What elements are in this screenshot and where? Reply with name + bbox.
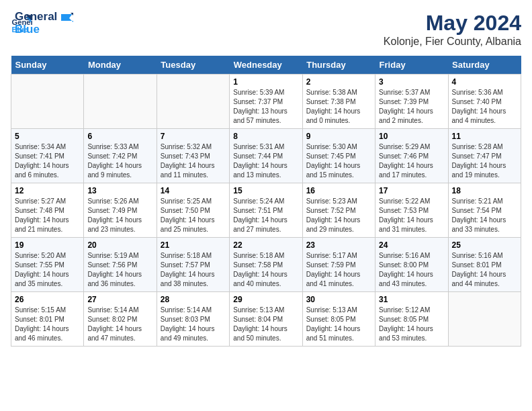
day-number: 10: [379, 132, 444, 141]
cell-info: Sunrise: 5:22 AM: [379, 197, 444, 206]
cell-info: Sunrise: 5:32 AM: [161, 142, 226, 152]
calendar-cell: 25Sunrise: 5:16 AMSunset: 8:01 PMDayligh…: [448, 238, 521, 292]
calendar-cell: 3Sunrise: 5:37 AMSunset: 7:39 PMDaylight…: [375, 75, 448, 129]
day-number: 21: [161, 240, 226, 250]
calendar-cell: 30Sunrise: 5:13 AMSunset: 8:05 PMDayligh…: [302, 292, 375, 347]
day-number: 11: [452, 132, 517, 141]
day-number: 30: [306, 295, 371, 304]
day-number: 5: [15, 132, 80, 141]
day-number: 4: [452, 77, 517, 87]
calendar-cell: 11Sunrise: 5:28 AMSunset: 7:47 PMDayligh…: [448, 129, 521, 183]
calendar-cell: 5Sunrise: 5:34 AMSunset: 7:41 PMDaylight…: [11, 129, 84, 183]
cell-info: Sunrise: 5:23 AM: [306, 197, 371, 206]
cell-info: Daylight: 14 hours and 31 minutes.: [379, 216, 444, 234]
day-number: 25: [452, 240, 517, 250]
cell-info: Sunrise: 5:17 AM: [306, 251, 371, 261]
header-wednesday: Wednesday: [230, 56, 302, 75]
cell-info: Sunset: 7:38 PM: [306, 97, 371, 107]
day-number: 2: [306, 77, 371, 87]
cell-info: Sunset: 8:05 PM: [306, 315, 371, 324]
cell-info: Daylight: 14 hours and 41 minutes.: [306, 270, 371, 289]
cell-info: Daylight: 14 hours and 43 minutes.: [379, 270, 444, 289]
cell-info: Daylight: 14 hours and 40 minutes.: [233, 270, 298, 289]
day-number: 19: [15, 240, 80, 250]
cell-info: Daylight: 14 hours and 33 minutes.: [452, 216, 517, 234]
page-header: General Blue General Blue May 2024 Kolon…: [11, 11, 521, 48]
cell-info: Sunrise: 5:29 AM: [379, 142, 444, 152]
cell-info: Sunrise: 5:25 AM: [161, 197, 226, 206]
calendar-cell: 15Sunrise: 5:24 AMSunset: 7:51 PMDayligh…: [230, 183, 302, 238]
cell-info: Daylight: 14 hours and 50 minutes.: [233, 324, 298, 343]
cell-info: Sunset: 7:42 PM: [87, 152, 152, 161]
calendar-cell: 1Sunrise: 5:39 AMSunset: 7:37 PMDaylight…: [230, 75, 302, 129]
cell-info: Sunrise: 5:31 AM: [233, 142, 298, 152]
cell-info: Sunset: 7:48 PM: [15, 206, 80, 216]
calendar-cell: 8Sunrise: 5:31 AMSunset: 7:44 PMDaylight…: [230, 129, 302, 183]
calendar-cell: 26Sunrise: 5:15 AMSunset: 8:01 PMDayligh…: [11, 292, 84, 347]
calendar-cell: 12Sunrise: 5:27 AMSunset: 7:48 PMDayligh…: [11, 183, 84, 238]
cell-info: Sunrise: 5:33 AM: [87, 142, 152, 152]
cell-info: Daylight: 14 hours and 47 minutes.: [87, 324, 152, 343]
day-number: 6: [87, 132, 152, 141]
day-number: 14: [161, 186, 226, 195]
cell-info: Daylight: 14 hours and 38 minutes.: [161, 270, 226, 289]
cell-info: Daylight: 14 hours and 46 minutes.: [15, 324, 80, 343]
cell-info: Sunrise: 5:30 AM: [306, 142, 371, 152]
cell-info: Sunrise: 5:20 AM: [15, 251, 80, 261]
day-number: 12: [15, 186, 80, 195]
cell-info: Daylight: 14 hours and 6 minutes.: [15, 161, 80, 180]
cell-info: Sunset: 7:43 PM: [161, 152, 226, 161]
cell-info: Sunset: 7:56 PM: [87, 261, 152, 270]
day-number: 15: [233, 186, 298, 195]
cell-info: Sunset: 7:47 PM: [452, 152, 517, 161]
calendar-week-4: 19Sunrise: 5:20 AMSunset: 7:55 PMDayligh…: [11, 238, 521, 292]
cell-info: Sunset: 7:58 PM: [233, 261, 298, 270]
svg-marker-4: [61, 13, 73, 22]
cell-info: Sunrise: 5:37 AM: [379, 88, 444, 97]
cell-info: Sunset: 7:53 PM: [379, 206, 444, 216]
cell-info: Sunrise: 5:26 AM: [87, 197, 152, 206]
calendar-cell: 22Sunrise: 5:18 AMSunset: 7:58 PMDayligh…: [230, 238, 302, 292]
logo-blue: Blue: [15, 24, 73, 36]
day-number: 23: [306, 240, 371, 250]
cell-info: Sunset: 8:05 PM: [379, 315, 444, 324]
calendar-cell: 13Sunrise: 5:26 AMSunset: 7:49 PMDayligh…: [84, 183, 157, 238]
cell-info: Sunrise: 5:18 AM: [161, 251, 226, 261]
cell-info: Sunrise: 5:27 AM: [15, 197, 80, 206]
header-sunday: Sunday: [11, 56, 84, 75]
cell-info: Sunrise: 5:18 AM: [233, 251, 298, 261]
calendar-cell: [84, 75, 157, 129]
calendar-cell: 7Sunrise: 5:32 AMSunset: 7:43 PMDaylight…: [157, 129, 229, 183]
calendar-cell: [157, 75, 229, 129]
calendar-cell: [448, 292, 521, 347]
cell-info: Sunrise: 5:14 AM: [161, 306, 226, 315]
cell-info: Daylight: 14 hours and 25 minutes.: [161, 216, 226, 234]
day-number: 26: [15, 295, 80, 304]
logo-general: General: [15, 11, 73, 24]
day-number: 20: [87, 240, 152, 250]
cell-info: Sunset: 7:49 PM: [87, 206, 152, 216]
location: Kolonje, Fier County, Albania: [384, 36, 521, 48]
header-friday: Friday: [375, 56, 448, 75]
logo: General Blue General Blue: [11, 11, 73, 36]
cell-info: Sunset: 7:44 PM: [233, 152, 298, 161]
day-number: 28: [161, 295, 226, 304]
calendar-cell: 28Sunrise: 5:14 AMSunset: 8:03 PMDayligh…: [157, 292, 229, 347]
day-number: 13: [87, 186, 152, 195]
cell-info: Sunrise: 5:39 AM: [233, 88, 298, 97]
calendar-table: SundayMondayTuesdayWednesdayThursdayFrid…: [11, 56, 521, 347]
cell-info: Sunset: 8:01 PM: [452, 261, 517, 270]
month-year: May 2024: [384, 11, 521, 36]
cell-info: Daylight: 14 hours and 27 minutes.: [233, 216, 298, 234]
cell-info: Sunset: 7:41 PM: [15, 152, 80, 161]
cell-info: Sunrise: 5:38 AM: [306, 88, 371, 97]
calendar-cell: 14Sunrise: 5:25 AMSunset: 7:50 PMDayligh…: [157, 183, 229, 238]
day-number: 1: [233, 77, 298, 87]
calendar-cell: 23Sunrise: 5:17 AMSunset: 7:59 PMDayligh…: [302, 238, 375, 292]
cell-info: Daylight: 14 hours and 17 minutes.: [379, 161, 444, 180]
cell-info: Sunset: 7:46 PM: [379, 152, 444, 161]
header-thursday: Thursday: [302, 56, 375, 75]
calendar-cell: 2Sunrise: 5:38 AMSunset: 7:38 PMDaylight…: [302, 75, 375, 129]
day-number: 24: [379, 240, 444, 250]
cell-info: Daylight: 14 hours and 35 minutes.: [15, 270, 80, 289]
